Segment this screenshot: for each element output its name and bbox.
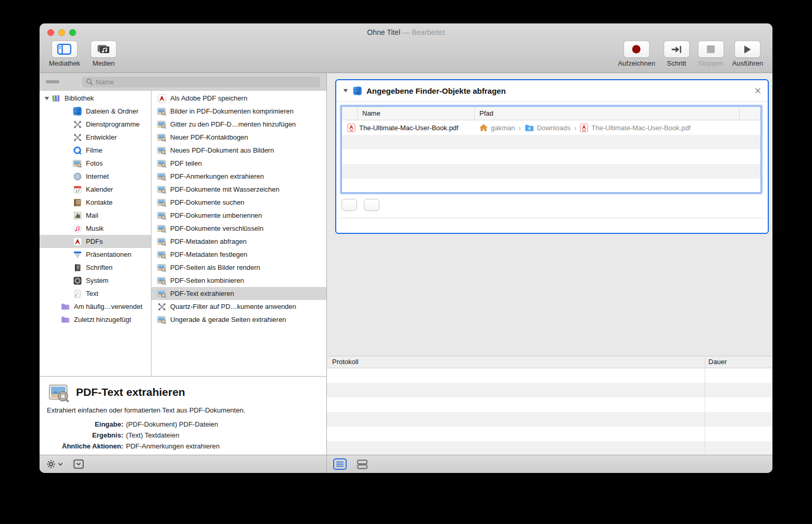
- sidebar-item[interactable]: Text: [40, 287, 151, 300]
- action-item-label: PDF-Seiten als Bilder rendern: [170, 264, 260, 271]
- card-button[interactable]: [341, 199, 357, 211]
- action-item[interactable]: PDF teilen: [151, 157, 326, 170]
- sidebar-item[interactable]: Filme: [40, 144, 151, 157]
- table-header[interactable]: Name Pfad: [342, 107, 760, 120]
- action-item[interactable]: PDF-Metadaten festlegen: [151, 248, 326, 261]
- toolbar-button[interactable]: Ausführen: [732, 41, 763, 67]
- system-icon: [73, 277, 82, 285]
- toolbar-button-face[interactable]: [52, 41, 78, 58]
- action-item[interactable]: PDF-Dokumente umbenennen: [151, 209, 326, 222]
- detail-label: Ähnliche Aktionen:: [40, 441, 123, 452]
- toolbar: Mediathek Medien Aufzeichnen Schritt Sto…: [40, 41, 772, 67]
- table-icon-column: [342, 107, 358, 120]
- card-button[interactable]: [364, 199, 379, 211]
- toolbar-button-face[interactable]: [624, 41, 650, 58]
- log-duration-column-divider: [705, 368, 705, 455]
- sidebar-item[interactable]: Präsentationen: [40, 248, 151, 261]
- photos-icon: [157, 277, 166, 285]
- toolbar-button-label: Stoppen: [699, 59, 724, 67]
- window-header: Ohne Titel — Bearbeitet Mediathek Medien…: [40, 23, 772, 73]
- search-icon: [86, 78, 93, 85]
- action-item[interactable]: Ungerade & gerade Seiten extrahieren: [151, 313, 326, 326]
- action-item[interactable]: Bilder in PDF-Dokumenten komprimieren: [151, 105, 326, 118]
- sidebar-item[interactable]: Internet: [40, 170, 151, 183]
- disclosure-triangle-icon[interactable]: [44, 96, 49, 101]
- action-item[interactable]: PDF-Seiten als Bilder rendern: [151, 261, 326, 274]
- sidebar-item-label: Musik: [86, 224, 104, 232]
- action-list: Als Adobe PDF speichern Bilder in PDF-Do…: [151, 91, 326, 376]
- sidebar-item[interactable]: Zuletzt hinzugefügt: [40, 313, 151, 326]
- sidebar-item[interactable]: Kontakte: [40, 196, 151, 209]
- text-doc-icon: [73, 290, 82, 298]
- toggle-description-button[interactable]: [73, 459, 84, 469]
- path-segment: PDFThe-Ultimate-Mac-User-Book.pdf: [580, 123, 691, 132]
- action-item[interactable]: PDF-Metadaten abfragen: [151, 235, 326, 248]
- toolbar-button[interactable]: Aufzeichnen: [618, 41, 655, 67]
- search-input[interactable]: Name: [82, 77, 320, 88]
- books-icon: [52, 94, 60, 103]
- gear-menu-button[interactable]: [46, 459, 63, 469]
- disclosure-triangle-icon[interactable]: [343, 89, 348, 93]
- action-item-label: PDF-Dokumente suchen: [170, 198, 244, 206]
- action-item[interactable]: PDF-Dokumente suchen: [151, 196, 326, 209]
- toolbar-button[interactable]: Mediathek: [49, 41, 80, 67]
- sidebar-item-label: Dateien & Ordner: [86, 107, 138, 115]
- sidebar-item[interactable]: Fotos: [40, 157, 151, 170]
- action-item[interactable]: PDF-Text extrahieren: [151, 287, 326, 300]
- sidebar-item[interactable]: Mail: [40, 209, 151, 222]
- finder-items-table[interactable]: Name Pfad PDF The-Ultimate-Mac-User-Book…: [341, 106, 761, 193]
- column-header-name[interactable]: Name: [358, 107, 475, 120]
- gear-icon: [46, 459, 56, 469]
- workflow-action-card[interactable]: Angegebene Finder-Objekte abfragen Name …: [335, 79, 769, 234]
- close-icon[interactable]: [755, 88, 761, 94]
- window-status: — Bearbeitet: [402, 28, 445, 36]
- sidebar-item[interactable]: Musik: [40, 222, 151, 235]
- list-view-button[interactable]: [333, 458, 347, 470]
- home-icon: [479, 123, 488, 132]
- log-area: [327, 368, 772, 455]
- toolbar-button[interactable]: Stoppen: [698, 41, 724, 67]
- library-tab[interactable]: [46, 80, 59, 83]
- toolbar-button[interactable]: Medien: [91, 41, 117, 67]
- sidebar-item[interactable]: System: [40, 274, 151, 287]
- sidebar-item[interactable]: PDFs: [40, 235, 151, 248]
- toolbar-button-face[interactable]: [91, 41, 117, 58]
- action-item[interactable]: PDF-Dokumente verschlüsseln: [151, 222, 326, 235]
- toolbar-button[interactable]: Schritt: [664, 41, 690, 67]
- toolbar-button-face[interactable]: [698, 41, 724, 58]
- sidebar-item[interactable]: Bibliothek: [40, 92, 151, 105]
- toolbar-button-face[interactable]: [664, 41, 690, 58]
- action-item[interactable]: PDF-Anmerkungen extrahieren: [151, 170, 326, 183]
- sidebar-item[interactable]: Am häufig…verwendet: [40, 300, 151, 313]
- toolbar-button-face[interactable]: [734, 41, 760, 58]
- action-item[interactable]: Neues PDF-Dokument aus Bildern: [151, 144, 326, 157]
- sidebar-item[interactable]: Entwickler: [40, 131, 151, 144]
- action-item[interactable]: PDF-Seiten kombinieren: [151, 274, 326, 287]
- action-item[interactable]: PDF-Dokumente mit Wasserzeichen: [151, 183, 326, 196]
- library-tab[interactable]: [61, 80, 75, 83]
- action-card-header[interactable]: Angegebene Finder-Objekte abfragen: [336, 80, 768, 102]
- library-pane: Name Bibliothek Dateien & Ordner Dienstp…: [40, 73, 326, 473]
- photos-icon: [73, 159, 82, 168]
- action-item[interactable]: Als Adobe PDF speichern: [151, 92, 326, 105]
- card-button-row: [341, 199, 379, 211]
- action-description-details: Eingabe: (PDF-Dokument) PDF-Dateien Erge…: [40, 419, 326, 452]
- action-item-label: Neuer PDF-Kontaktbogen: [170, 133, 248, 141]
- action-item[interactable]: Neuer PDF-Kontaktbogen: [151, 131, 326, 144]
- workflow-canvas[interactable]: Angegebene Finder-Objekte abfragen Name …: [327, 73, 772, 356]
- action-item-label: PDF-Metadaten festlegen: [170, 251, 247, 258]
- sidebar-item[interactable]: F Schriften: [40, 261, 151, 274]
- action-item[interactable]: Quartz-Filter auf PD…kumente anwenden: [151, 300, 326, 313]
- detail-value: (Text) Textdateien: [126, 430, 179, 441]
- stack-view-button[interactable]: [356, 458, 369, 470]
- sidebar-item[interactable]: Dienstprogramme: [40, 118, 151, 131]
- sidebar-item-label: Fotos: [86, 159, 103, 167]
- toolbar-button-label: Aufzeichnen: [618, 59, 655, 67]
- sidebar-item[interactable]: 17 Kalender: [40, 183, 151, 196]
- table-row[interactable]: PDF The-Ultimate-Mac-User-Book.pdf gakma…: [342, 120, 760, 135]
- column-header-path[interactable]: Pfad: [475, 107, 740, 120]
- pdf-file-icon: PDF: [347, 123, 356, 132]
- action-item[interactable]: Gitter zu den PDF-D…menten hinzufügen: [151, 118, 326, 131]
- sidebar-item[interactable]: Dateien & Ordner: [40, 105, 151, 118]
- toolbar-right-group: Aufzeichnen Schritt Stoppen Ausführen: [618, 41, 763, 67]
